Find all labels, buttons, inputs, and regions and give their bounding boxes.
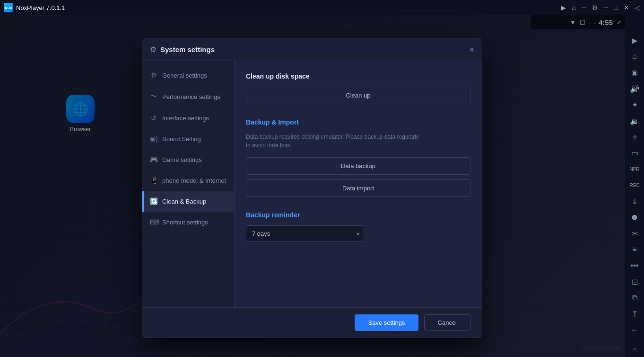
- nav-general-label: General settings: [162, 72, 207, 79]
- right-sidebar: ▶ ⌂ ◉ 🔊 ✦ 🔉 ✧ ▭ NPR REC ⤓ ⏺ ✂ ≡ ••• ⊡ ⧉ …: [625, 0, 644, 357]
- nav-phone-label: phone model & Internet: [162, 177, 226, 184]
- phone-icon: 📱: [150, 177, 157, 184]
- dialog-body: ⚙ General settings 〜 Performance setting…: [142, 61, 482, 307]
- titlebar-back-icon[interactable]: ◁: [635, 4, 640, 11]
- dialog-footer: Save settings Cancel: [142, 307, 482, 338]
- titlebar-close-icon[interactable]: ✕: [624, 4, 629, 11]
- sidebar-rec-icon[interactable]: REC: [626, 178, 643, 192]
- nox-logo-icon: NOX: [4, 3, 13, 12]
- shortcut-icon: ⌨: [150, 218, 157, 226]
- sidebar-house-icon[interactable]: ⌂: [626, 343, 643, 357]
- app-title: NoxPlayer 7.0.1.1: [16, 4, 65, 11]
- data-backup-button[interactable]: Data backup: [246, 157, 470, 175]
- dialog-title: System settings: [160, 45, 215, 54]
- dialog-close-button[interactable]: ×: [469, 45, 474, 54]
- nav-game[interactable]: 🎮 Game settings: [142, 149, 234, 170]
- nav-sound-label: Sound Setting: [162, 135, 201, 143]
- nav-sound[interactable]: ◉) Sound Setting: [142, 128, 234, 149]
- sidebar-volume-down-icon[interactable]: 🔉: [626, 114, 643, 128]
- sidebar-import-icon[interactable]: ⤓: [626, 194, 643, 208]
- nav-interface-label: Interface settings: [162, 115, 209, 122]
- app-logo: NOX NoxPlayer 7.0.1.1: [4, 3, 65, 12]
- nav-general[interactable]: ⚙ General settings: [142, 65, 234, 86]
- titlebar-settings-icon[interactable]: ⚙: [592, 4, 598, 11]
- sidebar-target-icon[interactable]: ✦: [626, 98, 643, 112]
- reminder-select-wrapper: 7 days 3 days 14 days 30 days Never ▾: [246, 225, 364, 242]
- cancel-button[interactable]: Cancel: [424, 314, 470, 331]
- sidebar-scissors-icon[interactable]: ✂: [626, 226, 643, 241]
- sidebar-export-icon[interactable]: ⤒: [626, 307, 643, 321]
- sidebar-monitor-icon[interactable]: ▭: [626, 146, 643, 160]
- dialog-main-content: Clean up disk space Clean up Backup & Im…: [235, 61, 482, 307]
- nav-shortcut[interactable]: ⌨ Shortcut settings: [142, 212, 234, 232]
- sidebar-back-icon[interactable]: ←: [626, 323, 643, 337]
- sidebar-list-icon[interactable]: ≡: [626, 242, 643, 257]
- clean-up-button[interactable]: Clean up: [246, 87, 470, 104]
- nav-clean-label: Clean & Backup: [162, 198, 206, 205]
- sidebar-screenshot-icon[interactable]: ⊡: [626, 275, 643, 289]
- sidebar-more-icon[interactable]: •••: [626, 259, 643, 273]
- system-settings-dialog: ⚙ System settings × ⚙ General settings 〜…: [142, 38, 482, 338]
- titlebar-restore-icon[interactable]: □: [614, 4, 618, 11]
- sidebar-rec2-icon[interactable]: ⏺: [626, 210, 643, 224]
- dialog-nav: ⚙ General settings 〜 Performance setting…: [142, 61, 235, 307]
- dialog-titlebar: ⚙ System settings ×: [142, 38, 482, 61]
- backup-section-title: Backup & Import: [246, 118, 470, 126]
- performance-icon: 〜: [150, 92, 157, 101]
- titlebar-minimize-icon[interactable]: ─: [582, 4, 586, 11]
- nav-performance-label: Performance settings: [162, 93, 220, 100]
- titlebar-home-icon[interactable]: ⌂: [572, 4, 575, 11]
- title-bar: NOX NoxPlayer 7.0.1.1 ▶ ⌂ ─ ⚙ ─ □ ✕ ◁: [0, 0, 644, 15]
- titlebar-play-icon[interactable]: ▶: [561, 4, 566, 11]
- nav-performance[interactable]: 〜 Performance settings: [142, 86, 234, 107]
- backup-reminder-select[interactable]: 7 days 3 days 14 days 30 days Never: [246, 225, 364, 242]
- nav-clean[interactable]: 🔃 Clean & Backup: [142, 191, 234, 212]
- sidebar-play-icon[interactable]: ▶: [626, 33, 643, 47]
- nav-shortcut-label: Shortcut settings: [162, 219, 208, 226]
- title-bar-controls: ▶ ⌂ ─ ⚙ ─ □ ✕ ◁: [561, 4, 640, 11]
- sidebar-magic-icon[interactable]: ✧: [626, 130, 643, 144]
- sound-icon: ◉): [150, 135, 157, 143]
- sidebar-npr-icon[interactable]: NPR: [626, 162, 643, 176]
- dialog-title-icon: ⚙: [150, 45, 157, 54]
- nav-game-label: Game settings: [162, 156, 202, 163]
- game-icon: 🎮: [150, 156, 157, 163]
- general-icon: ⚙: [150, 71, 157, 79]
- backup-info-text: Data backup requires closing emulator. P…: [246, 133, 470, 150]
- sidebar-location-icon[interactable]: ◉: [626, 65, 643, 80]
- sidebar-home-icon[interactable]: ⌂: [626, 49, 643, 63]
- data-import-button[interactable]: Data import: [246, 179, 470, 197]
- interface-icon: ↺: [150, 114, 157, 122]
- nav-interface[interactable]: ↺ Interface settings: [142, 107, 234, 128]
- reminder-title: Backup reminder: [246, 211, 470, 219]
- sidebar-copy-icon[interactable]: ⧉: [626, 291, 643, 305]
- sidebar-volume-up-icon[interactable]: 🔊: [626, 81, 643, 96]
- clean-section-title: Clean up disk space: [246, 72, 470, 80]
- titlebar-minimize2-icon[interactable]: ─: [604, 4, 609, 11]
- save-settings-button[interactable]: Save settings: [355, 314, 418, 331]
- clean-icon: 🔃: [150, 197, 157, 205]
- nav-phone[interactable]: 📱 phone model & Internet: [142, 170, 234, 191]
